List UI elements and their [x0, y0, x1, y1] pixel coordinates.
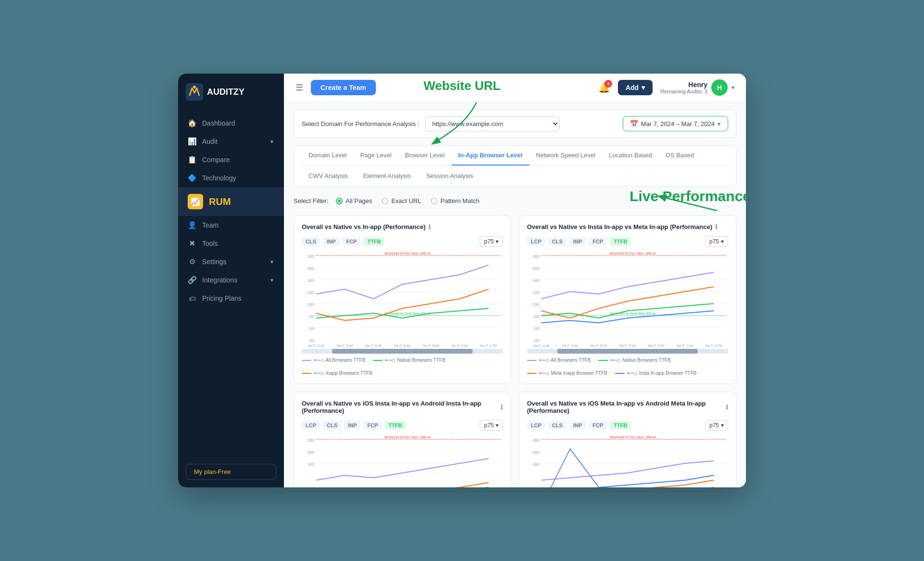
metric-cls[interactable]: CLS [302, 237, 320, 246]
tab-browser-level[interactable]: Browser Level [398, 146, 451, 166]
svg-text:Mar 07, 11 AM: Mar 07, 11 AM [677, 344, 693, 347]
metric-inp[interactable]: INP [569, 237, 586, 246]
chart-controls-2: LCP CLS INP FCP TTFB p75 ▾ [527, 236, 728, 247]
app-container: Website URL Live Performance AUDITZY 🏠 D… [178, 74, 746, 487]
svg-text:Mar 07, 06 AM: Mar 07, 06 AM [394, 344, 411, 347]
tab-element-analysis[interactable]: Element Analysis [357, 169, 418, 182]
percentile-select[interactable]: p75 ▾ [705, 420, 728, 431]
domain-select[interactable]: https://www.example.com [425, 116, 560, 131]
add-button[interactable]: Add ▾ [618, 80, 653, 95]
rum-label: RUM [209, 196, 231, 207]
sidebar-logo: AUDITZY [178, 74, 284, 110]
settings-icon: ⚙ [188, 257, 196, 266]
metric-lcp[interactable]: LCP [527, 237, 545, 246]
metric-inp[interactable]: INP [344, 421, 360, 430]
filter-exact-url[interactable]: Exact URL [382, 197, 421, 204]
chart-title-2: Overall vs Native vs Insta In-app vs Met… [527, 223, 728, 230]
metric-fcp[interactable]: FCP [589, 421, 607, 430]
tab-os-based[interactable]: OS Based [659, 146, 701, 166]
filter-pattern-match[interactable]: Pattern Match [431, 197, 479, 204]
svg-text:1400: 1400 [307, 278, 314, 283]
sidebar-item-rum[interactable]: 📈 RUM [178, 187, 284, 216]
notifications-button[interactable]: 🔔 3 [598, 82, 610, 93]
metric-ttfb[interactable]: TTFB [385, 421, 406, 430]
metric-fcp[interactable]: FCP [363, 421, 382, 430]
filter-all-pages[interactable]: All Pages [336, 197, 372, 204]
metric-lcp[interactable]: LCP [302, 421, 320, 430]
chart-controls-4: LCP CLS INP FCP TTFB p75 ▾ [527, 420, 728, 431]
chart-svg: 1800 1600 1400 Benchmark for Poor Value:… [527, 434, 728, 487]
sidebar-item-label: Settings [202, 258, 227, 266]
sidebar-item-team[interactable]: 👤 Team [178, 216, 284, 234]
chevron-down-icon: ▾ [642, 84, 645, 91]
sidebar-item-compare[interactable]: 📋 Compare [178, 151, 284, 169]
chart-svg: 1800 1600 1400 Benchmark for Poor Value:… [302, 434, 503, 487]
chevron-down-icon: ▾ [732, 84, 734, 91]
legend-item: ⟵◇ Native Browsers TTFB [373, 357, 445, 363]
sidebar-item-label: Technology [202, 174, 236, 182]
tab-network-speed-level[interactable]: Network Speed Level [529, 146, 603, 166]
chart-svg: 1800 1600 1400 1200 1000 800 600 400 Ben… [302, 251, 503, 347]
date-picker[interactable]: 📅 Mar 7, 2024 – Mar 7, 2024 ▾ [623, 116, 728, 131]
metric-cls[interactable]: CLS [548, 237, 566, 246]
metric-cls[interactable]: CLS [323, 421, 341, 430]
chart-svg-3: 1800 1600 1400 Benchmark for Poor Value:… [302, 434, 503, 487]
sidebar-item-pricing-plans[interactable]: 🏷 Pricing Plans [178, 289, 284, 307]
radio-all-pages [336, 198, 343, 204]
tab-cwv-analysis[interactable]: CWV Analysis [302, 169, 355, 182]
info-icon[interactable]: ℹ [726, 404, 728, 411]
compare-icon: 📋 [188, 155, 196, 164]
avatar[interactable]: H [711, 79, 728, 96]
metric-ttfb[interactable]: TTFB [610, 421, 631, 430]
svg-text:1400: 1400 [307, 462, 314, 467]
sidebar-item-technology[interactable]: 🔷 Technology [178, 169, 284, 187]
sidebar-item-settings[interactable]: ⚙ Settings ▼ [178, 253, 284, 271]
audit-icon: 📊 [188, 137, 196, 146]
svg-text:Benchmark for Poor Value: 1800: Benchmark for Poor Value: 1800 ms [610, 251, 656, 255]
chart-svg-1: 1800 1600 1400 1200 1000 800 600 400 Ben… [302, 251, 503, 347]
tab-session-analysis[interactable]: Session Analysis [420, 169, 480, 182]
content-area[interactable]: Select Domain For Performance Analysis :… [284, 102, 746, 487]
info-icon[interactable]: ℹ [715, 223, 718, 230]
hamburger-menu-icon[interactable]: ☰ [295, 82, 303, 93]
sidebar-item-dashboard[interactable]: 🏠 Dashboard [178, 114, 284, 132]
metric-fcp[interactable]: FCP [589, 237, 607, 246]
chart-scrollbar[interactable] [527, 349, 728, 354]
svg-text:1800: 1800 [307, 254, 314, 259]
metric-lcp[interactable]: LCP [527, 421, 545, 430]
tab-location-based[interactable]: Location Based [602, 146, 659, 166]
sidebar-item-audit[interactable]: 📊 Audit ▼ [178, 132, 284, 151]
chevron-down-icon: ▾ [718, 120, 721, 128]
percentile-select[interactable]: p75 ▾ [705, 236, 728, 247]
sidebar-item-tools[interactable]: ✖ Tools [178, 234, 284, 253]
chart-legend-1: ⟵◇ All Browsers TTFB ⟵◇ Native Browsers … [302, 357, 503, 376]
header-right: 🔔 3 Add ▾ Henry Remaining Audits: 3 H ▾ [598, 79, 734, 96]
home-icon: 🏠 [188, 119, 196, 128]
info-icon[interactable]: ℹ [428, 223, 431, 230]
chart-card-3: Overall vs Native vs iOS Insta In-app vs… [294, 392, 511, 487]
tab-page-level[interactable]: Page Level [354, 146, 398, 166]
svg-text:Mar 07, 04 AM: Mar 07, 04 AM [365, 344, 382, 347]
create-team-button[interactable]: Create a Team [311, 80, 376, 95]
tab-domain-level[interactable]: Domain Level [302, 146, 354, 166]
chevron-down-icon: ▾ [721, 422, 724, 429]
metric-cls[interactable]: CLS [548, 421, 566, 430]
my-plan-button[interactable]: My plan-Free [186, 464, 276, 480]
sidebar: AUDITZY 🏠 Dashboard 📊 Audit ▼ 📋 Compare … [178, 74, 284, 487]
chart-scrollbar[interactable] [302, 349, 503, 354]
percentile-select[interactable]: p75 ▾ [480, 420, 503, 431]
metric-ttfb[interactable]: TTFB [363, 237, 385, 246]
team-icon: 👤 [188, 221, 196, 230]
sidebar-item-integrations[interactable]: 🔗 Integrations ▼ [178, 271, 284, 289]
metric-inp[interactable]: INP [569, 421, 586, 430]
percentile-select[interactable]: p75 ▾ [480, 236, 503, 247]
chart-legend-2: ⟵◇ All Browsers TTFB ⟵◇ Native Browsers … [527, 357, 728, 376]
metric-ttfb[interactable]: TTFB [610, 237, 631, 246]
user-text: Henry Remaining Audits: 3 [660, 81, 707, 94]
svg-text:Mar 07, 01 PM: Mar 07, 01 PM [706, 344, 722, 347]
info-icon[interactable]: ℹ [500, 404, 503, 411]
tab-inapp-browser-level[interactable]: In-App Browser Level [451, 146, 529, 166]
metric-inp[interactable]: INP [323, 237, 339, 246]
metric-fcp[interactable]: FCP [342, 237, 360, 246]
chevron-down-icon: ▾ [496, 238, 499, 245]
